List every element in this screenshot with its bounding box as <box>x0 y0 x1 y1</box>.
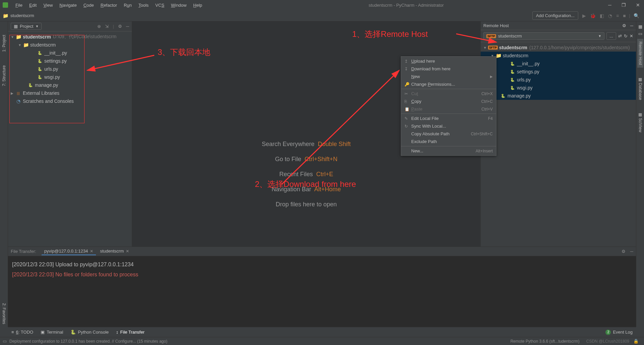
log-line: [2020/12/3 22:03] Upload to pyvip@127.0.… <box>12 260 632 270</box>
file-transfer-tab[interactable]: ↕File Transfer <box>116 330 145 335</box>
maximize-button[interactable]: ❐ <box>620 2 627 8</box>
todo-tab[interactable]: ≡6: TODO <box>11 330 33 335</box>
debug-icon[interactable]: 🐞 <box>588 12 598 20</box>
python-file-icon: 🐍 <box>509 62 516 66</box>
file-transfer-tab-2[interactable]: studentscrm✕ <box>97 248 132 255</box>
hide-icon[interactable]: ─ <box>126 24 129 29</box>
gutter-sciview[interactable]: ▦ SciView <box>637 110 643 135</box>
menu-refactor[interactable]: Refactor <box>97 1 120 9</box>
paste-icon: 📋 <box>405 107 411 112</box>
copy-icon: ⎘ <box>405 99 411 104</box>
sftp-badge-icon: SFTP <box>486 34 496 38</box>
ctx-sync-local[interactable]: ↻Sync With Local... <box>401 122 496 130</box>
menu-help[interactable]: Help <box>190 1 206 9</box>
close-button[interactable]: ✕ <box>635 2 641 8</box>
event-log-tab[interactable]: 2Event Log <box>605 330 633 335</box>
remote-server-dropdown[interactable]: SFTP studentscrm ▼ <box>483 32 604 40</box>
gutter-project[interactable]: 1: Project <box>2 35 6 52</box>
tree-file[interactable]: 🐍settings.py <box>8 57 132 65</box>
gutter-remote-host[interactable]: Remote Host <box>637 39 643 68</box>
stop-icon[interactable]: ■ <box>621 12 628 20</box>
remote-tree-file[interactable]: 🐍manage.py <box>481 92 636 100</box>
remote-tree-file[interactable]: 🐍urls.py <box>481 76 636 84</box>
remote-tree-root[interactable]: ▼ SFTP studentscrm (127.0.0.1/home/pyvip… <box>481 44 636 52</box>
remote-hide-icon[interactable]: ─ <box>630 23 633 28</box>
remote-refresh-icon[interactable]: ↻ <box>624 33 628 39</box>
python-file-icon: 🐍 <box>509 70 516 74</box>
python-file-icon: 🐍 <box>37 51 43 55</box>
menu-code[interactable]: Code <box>80 1 97 9</box>
profile-icon[interactable]: ◔ <box>606 12 614 20</box>
python-file-icon: 🐍 <box>28 83 34 87</box>
ctx-new-2[interactable]: New...Alt+Insert <box>401 147 496 155</box>
tree-file[interactable]: 🐍manage.py <box>8 81 132 89</box>
add-configuration-button[interactable]: Add Configuration... <box>532 11 578 20</box>
ctx-copy[interactable]: ⎘CopyCtrl+C <box>401 97 496 105</box>
concurrency-icon[interactable]: ≡ <box>614 12 621 20</box>
rg-icon-2[interactable]: ▭ <box>638 31 642 36</box>
tree-file[interactable]: 🐍urls.py <box>8 65 132 73</box>
menu-window[interactable]: Window <box>168 1 190 9</box>
gutter-structure[interactable]: 7: Structure <box>2 65 6 86</box>
menu-edit[interactable]: Edit <box>26 1 40 9</box>
menu-tools[interactable]: Tools <box>135 1 152 9</box>
breadcrumb[interactable]: 📁 studentscrm <box>3 13 34 18</box>
remote-tree-file[interactable]: 🐍wsgi.py <box>481 84 636 92</box>
hide-icon[interactable]: ─ <box>630 249 633 254</box>
remote-settings-icon[interactable]: ⚙ <box>622 23 626 28</box>
tree-root[interactable]: ▼ 📁 studentscrm D:\09、代码Code\studentscrm <box>8 33 132 41</box>
context-menu: ↥Upload here ↧Download from here New▶ 🔑C… <box>401 56 496 156</box>
python-console-tab[interactable]: 🐍Python Console <box>70 330 109 335</box>
remote-tree-file[interactable]: 🐍__init__.py <box>481 60 636 68</box>
menu-vcs[interactable]: VCS <box>152 1 168 9</box>
project-view-selector[interactable]: ▦ Project ▼ <box>11 23 42 30</box>
terminal-tab[interactable]: ▣Terminal <box>41 330 63 335</box>
ctx-edit-local[interactable]: ✎Edit Local FileF4 <box>401 115 496 122</box>
list-icon: ≡ <box>11 330 14 335</box>
folder-icon: 📁 <box>23 42 29 48</box>
tree-file[interactable]: 🐍wsgi.py <box>8 73 132 81</box>
menu-navigate[interactable]: Navigate <box>56 1 80 9</box>
python-file-icon: 🐍 <box>37 67 43 71</box>
menu-file[interactable]: File <box>12 1 26 9</box>
status-icon[interactable]: ▭ <box>3 339 7 344</box>
close-icon[interactable]: ✕ <box>90 249 93 254</box>
tree-scratches[interactable]: ◔ Scratches and Consoles <box>8 97 132 105</box>
coverage-icon[interactable]: ◧ <box>598 12 606 20</box>
scratches-icon: ◔ <box>15 98 21 104</box>
rg-icon-1[interactable]: ▦ <box>638 24 642 29</box>
gutter-favorites[interactable]: 2: Favorites <box>1 300 7 327</box>
lock-icon[interactable]: 🔒 <box>633 339 639 344</box>
interpreter-label[interactable]: Remote Python 3.6.6 (sft...tudentscrm) <box>511 339 580 344</box>
python-file-icon: 🐍 <box>500 94 506 98</box>
remote-diff-icon[interactable]: ⇄ <box>618 33 622 39</box>
tree-external-libraries[interactable]: ▶ ⫼ External Libraries <box>8 89 132 97</box>
tree-folder[interactable]: ▼ 📁 studentscrm <box>8 41 132 49</box>
run-icon[interactable]: ▶ <box>580 12 588 20</box>
status-message: Deployment configuration to 127.0.0.1 ha… <box>9 339 167 344</box>
remote-disconnect-icon[interactable]: ✕ <box>630 33 633 39</box>
close-icon[interactable]: ✕ <box>126 249 129 254</box>
locate-icon[interactable]: ⊕ <box>97 24 101 29</box>
transfer-icon: ↕ <box>116 330 118 335</box>
ctx-change-permissions[interactable]: 🔑Change Permissions... <box>401 80 496 88</box>
menu-run[interactable]: Run <box>120 1 135 9</box>
ctx-new[interactable]: New▶ <box>401 73 496 80</box>
tree-file[interactable]: 🐍__init__.py <box>8 49 132 57</box>
ctx-exclude-path[interactable]: Exclude Path <box>401 138 496 145</box>
file-transfer-tab-1[interactable]: pyvip@127.0.0.1:1234✕ <box>42 248 96 255</box>
remote-tree-folder[interactable]: ▼ 📁 studentscrm <box>481 52 636 60</box>
menu-view[interactable]: View <box>40 1 56 9</box>
search-icon[interactable]: 🔍 <box>632 12 641 20</box>
remote-browse-button[interactable]: ... <box>606 32 616 40</box>
ctx-copy-absolute-path[interactable]: Copy Absolute PathCtrl+Shift+C <box>401 130 496 138</box>
settings-icon[interactable]: ⚙ <box>118 24 122 29</box>
ctx-upload-here[interactable]: ↥Upload here <box>401 57 496 65</box>
expand-icon[interactable]: ⇲ <box>105 24 109 29</box>
ctx-download-from-here[interactable]: ↧Download from here <box>401 65 496 73</box>
gutter-database[interactable]: ▦ Database <box>637 74 643 103</box>
remote-tree-file[interactable]: 🐍settings.py <box>481 68 636 76</box>
minimize-button[interactable]: ─ <box>607 2 613 8</box>
python-file-icon: 🐍 <box>509 86 516 90</box>
settings-icon[interactable]: ⚙ <box>622 249 626 254</box>
